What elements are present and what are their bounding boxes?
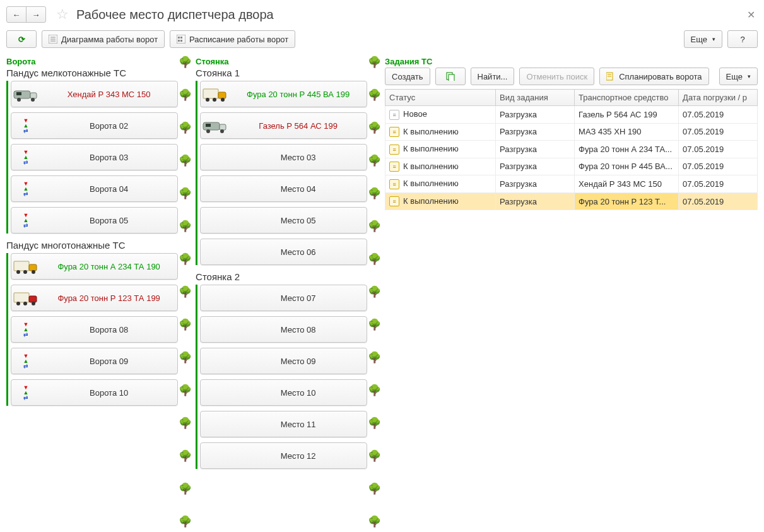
refresh-icon: ⟳ [18,35,25,44]
status-icon: ≡ [389,179,399,189]
date-cell: 07.05.2019 [679,158,758,175]
column-header[interactable]: Статус [385,90,496,106]
date-cell: 07.05.2019 [679,192,758,210]
tree-icon: 🌳 [179,221,192,232]
gate-diagram-label: Диаграмма работы ворот [61,35,158,44]
gate-06[interactable]: Фура 20 тонн А 234 ТА 190 [11,253,178,280]
vehicle-cell: Хендай Р 343 МС 150 [575,175,679,193]
slot-icon: ▼▲⇄ [11,353,40,369]
create-label: Создать [392,72,423,81]
tree-icon: 🌳 [368,155,381,166]
slot-label: Ворота 10 [40,388,177,398]
table-row[interactable]: ≡К выполнениюРазгрузкаФура 20 тонн Р 123… [385,192,758,210]
gate-03[interactable]: ▼▲⇄Ворота 03 [11,144,178,170]
slot-icon: ▼▲⇄ [11,181,40,196]
close-button[interactable]: ✕ [744,9,758,21]
slot-label: Место 03 [230,153,367,162]
slot-label: Ворота 09 [40,357,177,366]
tree-icon: 🌳 [368,483,381,494]
slot-label: Место 04 [230,184,367,194]
slot-04[interactable]: Место 04 [200,175,367,202]
slot-11[interactable]: Место 11 [200,411,367,437]
plan-gates-label: Спланировать ворота [619,72,702,81]
slot-03[interactable]: Место 03 [200,144,367,170]
create-button[interactable]: Создать [385,68,430,85]
status-icon: ≡ [389,127,399,137]
gate-08[interactable]: ▼▲⇄Ворота 08 [11,316,178,343]
table-row[interactable]: ≡К выполнениюРазгрузкаМАЗ 435 ХН 19007.0… [385,123,758,141]
slot-icon [201,86,230,102]
slot-06[interactable]: Место 06 [200,239,367,265]
table-row[interactable]: ≡К выполнениюРазгрузкаХендай Р 343 МС 15… [385,175,758,193]
tree-icon: 🌳 [179,451,192,461]
status-icon: ≡ [389,110,399,120]
nav-forward-button[interactable]: → [26,6,46,23]
plan-icon [606,72,615,81]
gate-schedule-label: Расписание работы ворот [189,35,288,44]
slot-01[interactable]: Фура 20 тонн Р 445 ВА 199 [200,81,367,107]
date-cell: 07.05.2019 [679,175,758,193]
column-header[interactable]: Транспортное средство [575,90,679,106]
slot-08[interactable]: Место 08 [200,316,367,343]
arrow-right-icon: → [32,10,40,20]
date-cell: 07.05.2019 [679,141,758,158]
vehicle-cell: Газель Р 564 АС 199 [575,106,679,124]
table-row[interactable]: ≡К выполнениюРазгрузкаФура 20 тонн А 234… [385,141,758,158]
group-title: Стоянка 1 [196,68,367,78]
cancel-search-button[interactable]: Отменить поиск [519,68,594,85]
table-row[interactable]: ≡НовоеРазгрузкаГазель Р 564 АС 19907.05.… [385,106,758,124]
task-type: Разгрузка [496,106,575,124]
gate-05[interactable]: ▼▲⇄Ворота 05 [11,207,178,233]
slot-label: Ворота 02 [40,121,177,131]
copy-button[interactable] [435,68,466,85]
task-type: Разгрузка [496,192,575,210]
slot-02[interactable]: Газель Р 564 АС 199 [200,112,367,139]
find-button[interactable]: Найти... [471,68,515,85]
gate-02[interactable]: ▼▲⇄Ворота 02 [11,112,178,139]
group-title: Стоянка 2 [196,271,367,282]
cancel-search-label: Отменить поиск [526,72,587,81]
status-icon: ≡ [389,145,399,155]
slot-label: Место 11 [230,420,367,429]
slot-label: Ворота 08 [40,325,177,334]
task-type: Разгрузка [496,158,575,175]
status-icon: ≡ [389,162,399,172]
slot-05[interactable]: Место 05 [200,207,367,233]
tree-icon: 🌳 [179,57,192,68]
nav-back-button[interactable]: ← [6,6,26,23]
slot-icon [11,258,40,275]
tasks-more-button[interactable]: Еще▾ [719,68,758,85]
gate-04[interactable]: ▼▲⇄Ворота 04 [11,175,178,202]
tree-icon: 🌳 [179,155,192,166]
tree-icon: 🌳 [179,319,192,330]
slot-09[interactable]: Место 09 [200,348,367,374]
status-text: К выполнению [403,162,459,171]
gate-09[interactable]: ▼▲⇄Ворота 09 [11,348,178,374]
gate-01[interactable]: Хендай Р 343 МС 150 [11,81,178,107]
gate-diagram-button[interactable]: Диаграмма работы ворот [42,30,165,48]
table-row[interactable]: ≡К выполнениюРазгрузкаФура 20 тонн Р 445… [385,158,758,175]
find-label: Найти... [478,72,508,81]
slot-07[interactable]: Место 07 [200,285,367,311]
help-button[interactable]: ? [727,30,758,48]
column-header[interactable]: Дата погрузки / р [679,90,758,106]
slot-12[interactable]: Место 12 [200,442,367,469]
status-icon: ≡ [389,196,399,206]
slot-10[interactable]: Место 10 [200,379,367,406]
favorite-star-icon[interactable]: ☆ [56,6,69,23]
top-more-button[interactable]: Еще▾ [684,30,722,48]
status-text: К выполнению [403,179,459,188]
tasks-table[interactable]: СтатусВид заданияТранспортное средствоДа… [385,89,758,210]
slot-label: Ворота 05 [40,216,177,225]
gate-10[interactable]: ▼▲⇄Ворота 10 [11,379,178,406]
gate-schedule-button[interactable]: Расписание работы ворот [170,30,295,48]
tree-icon: 🌳 [179,483,192,494]
slot-label: Место 08 [230,325,367,334]
gate-07[interactable]: Фура 20 тонн Р 123 ТА 199 [11,285,178,311]
plan-gates-button[interactable]: Спланировать ворота [599,68,708,85]
refresh-button[interactable]: ⟳ [6,30,37,48]
date-cell: 07.05.2019 [679,123,758,141]
arrow-left-icon: ← [13,10,21,20]
column-header[interactable]: Вид задания [496,90,575,106]
swap-icon: ⇄ [23,191,28,196]
